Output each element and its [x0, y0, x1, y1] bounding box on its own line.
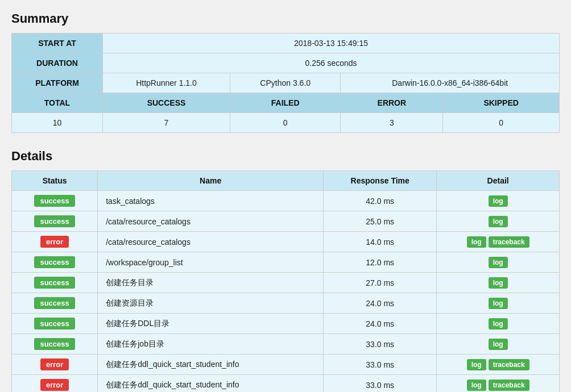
name-cell: 创建任务目录	[98, 273, 324, 293]
name-cell: 创建任务ddl_quick_start_student_info	[98, 355, 324, 375]
start-at-label: START AT	[12, 34, 103, 53]
platform-python: CPython 3.6.0	[230, 73, 340, 93]
skipped-header: SKIPPED	[443, 93, 560, 113]
log-button[interactable]: log	[467, 380, 486, 391]
details-title: Details	[11, 149, 560, 164]
details-section: Details Status Name Response Time Detail…	[11, 149, 560, 392]
detail-col-header: Detail	[437, 171, 560, 191]
status-badge: success	[34, 338, 75, 350]
table-row: success/cata/resource_catalogs25.0 mslog	[12, 211, 560, 232]
table-row: success创建资源目录24.0 mslog	[12, 293, 560, 314]
status-cell: error	[12, 355, 98, 375]
detail-cell: logtraceback	[437, 232, 560, 252]
response-time-cell: 24.0 ms	[324, 293, 437, 314]
detail-cell: log	[437, 293, 560, 314]
status-badge: success	[34, 277, 75, 289]
log-button[interactable]: log	[489, 216, 508, 227]
response-time-cell: 24.0 ms	[324, 314, 437, 334]
summary-section: Summary START AT 2018-03-13 15:49:15 DUR…	[11, 11, 560, 133]
status-cell: error	[12, 232, 98, 252]
error-header: ERROR	[341, 93, 443, 113]
response-time-cell: 33.0 ms	[324, 375, 437, 393]
summary-totals-values: 10 7 0 3 0	[12, 113, 560, 133]
platform-label: PLATFORM	[12, 73, 103, 93]
response-time-cell: 42.0 ms	[324, 191, 437, 211]
table-row: error/cata/resource_catalogs14.0 mslogtr…	[12, 232, 560, 252]
status-badge: success	[34, 195, 75, 207]
status-cell: success	[12, 252, 98, 273]
status-cell: success	[12, 293, 98, 314]
status-badge: error	[40, 236, 69, 248]
name-cell: /cata/resource_catalogs	[98, 232, 324, 252]
status-badge: error	[40, 379, 69, 391]
summary-row-platform: PLATFORM HttpRunner 1.1.0 CPython 3.6.0 …	[12, 73, 560, 93]
log-button[interactable]: log	[489, 195, 508, 207]
name-cell: 创建任务job目录	[98, 334, 324, 355]
success-header: SUCCESS	[103, 93, 230, 113]
detail-cell: log	[437, 314, 560, 334]
summary-totals-headers: TOTAL SUCCESS FAILED ERROR SKIPPED	[12, 93, 560, 113]
detail-cell: log	[437, 273, 560, 293]
log-button[interactable]: log	[489, 277, 508, 289]
table-row: successtask_catalogs42.0 mslog	[12, 191, 560, 211]
status-cell: error	[12, 375, 98, 393]
log-button[interactable]: log	[467, 236, 486, 248]
skipped-value: 0	[443, 113, 560, 133]
name-cell: 创建任务ddl_quick_start_student_info	[98, 375, 324, 393]
name-cell: /cata/resource_catalogs	[98, 211, 324, 232]
status-badge: error	[40, 358, 69, 370]
detail-cell: log	[437, 252, 560, 273]
name-cell: /workspace/group_list	[98, 252, 324, 273]
duration-value: 0.256 seconds	[103, 53, 560, 73]
name-cell: task_catalogs	[98, 191, 324, 211]
response-time-cell: 12.0 ms	[324, 252, 437, 273]
name-cell: 创建任务DDL目录	[98, 314, 324, 334]
response-time-col-header: Response Time	[324, 171, 437, 191]
traceback-button[interactable]: traceback	[489, 236, 529, 248]
traceback-button[interactable]: traceback	[489, 359, 529, 370]
summary-table: START AT 2018-03-13 15:49:15 DURATION 0.…	[11, 33, 560, 133]
total-value: 10	[12, 113, 103, 133]
status-cell: success	[12, 191, 98, 211]
table-row: error创建任务ddl_quick_start_student_info33.…	[12, 355, 560, 375]
table-row: error创建任务ddl_quick_start_student_info33.…	[12, 375, 560, 393]
status-col-header: Status	[12, 171, 98, 191]
failed-header: FAILED	[230, 93, 340, 113]
name-col-header: Name	[98, 171, 324, 191]
response-time-cell: 33.0 ms	[324, 334, 437, 355]
status-cell: success	[12, 314, 98, 334]
platform-os: Darwin-16.0.0-x86_64-i386-64bit	[341, 73, 560, 93]
log-button[interactable]: log	[489, 318, 508, 330]
total-header: TOTAL	[12, 93, 103, 113]
detail-cell: log	[437, 191, 560, 211]
detail-cell: log	[437, 211, 560, 232]
response-time-cell: 27.0 ms	[324, 273, 437, 293]
table-row: success创建任务目录27.0 mslog	[12, 273, 560, 293]
detail-cell: log	[437, 334, 560, 355]
failed-value: 0	[230, 113, 340, 133]
log-button[interactable]: log	[489, 298, 508, 309]
duration-label: DURATION	[12, 53, 103, 73]
status-badge: success	[34, 318, 75, 330]
table-row: success创建任务job目录33.0 mslog	[12, 334, 560, 355]
status-badge: success	[34, 256, 75, 268]
platform-runner: HttpRunner 1.1.0	[103, 73, 230, 93]
log-button[interactable]: log	[489, 339, 508, 350]
status-cell: success	[12, 211, 98, 232]
details-header-row: Status Name Response Time Detail	[12, 171, 560, 191]
name-cell: 创建资源目录	[98, 293, 324, 314]
log-button[interactable]: log	[467, 359, 486, 370]
traceback-button[interactable]: traceback	[489, 380, 529, 391]
success-value: 7	[103, 113, 230, 133]
summary-row-duration: DURATION 0.256 seconds	[12, 53, 560, 73]
log-button[interactable]: log	[489, 257, 508, 268]
response-time-cell: 33.0 ms	[324, 355, 437, 375]
status-badge: success	[34, 297, 75, 309]
status-cell: success	[12, 334, 98, 355]
detail-cell: logtraceback	[437, 355, 560, 375]
summary-title: Summary	[11, 11, 560, 26]
table-row: success创建任务DDL目录24.0 mslog	[12, 314, 560, 334]
status-badge: success	[34, 215, 75, 227]
error-value: 3	[341, 113, 443, 133]
response-time-cell: 25.0 ms	[324, 211, 437, 232]
